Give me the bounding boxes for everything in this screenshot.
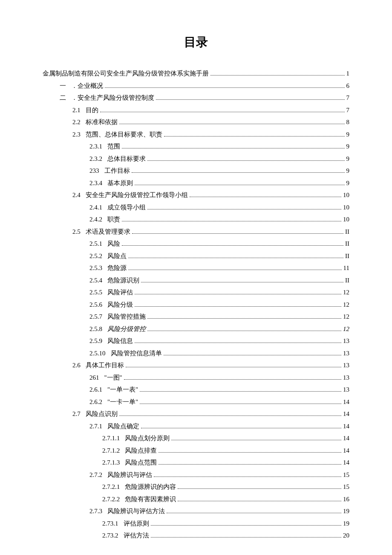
toc-entry-page: 14: [343, 456, 349, 469]
toc-entry-page: 9: [346, 165, 350, 177]
toc-entry-label: 风险管控措施: [107, 311, 146, 323]
toc-entry-number: 2.3.2: [89, 153, 102, 165]
toc-entry-number: 2.6.2: [89, 396, 102, 408]
toc-entry-number: 2.7.1.1: [102, 432, 120, 445]
toc-entry: 2.7.1.3风险点范围14: [43, 456, 349, 469]
toc-entry-page: 6: [346, 80, 350, 92]
toc-entry: 2.7.1.2风险点排查14: [43, 445, 349, 457]
toc-entry-page: II: [345, 238, 349, 250]
toc-entry-page: 9: [346, 128, 350, 141]
toc-entry-number: 2.5.8: [89, 323, 102, 335]
toc-entry-page: 12: [343, 286, 349, 299]
toc-entry: 2.7风险点识别14: [43, 408, 349, 420]
toc-entry-label: 风险点: [107, 250, 127, 262]
toc-entry: 2.7.1.1风险点划分原则14: [43, 432, 349, 445]
toc-leader-dots: [147, 318, 341, 319]
toc-entry-page: 11: [343, 262, 349, 274]
toc-entry-number: 2.3: [72, 128, 81, 141]
toc-entry-number: 233: [89, 165, 99, 177]
toc-entry-label: 术语及管理要求: [86, 226, 130, 238]
toc-entry: 2.5.8风险分级管控12: [43, 323, 349, 335]
toc-entry-number: 2.5.1: [89, 238, 102, 250]
toc-entry-page: II: [345, 226, 349, 238]
toc-entry-number: 2.7.2.2: [102, 493, 120, 506]
toc-entry-number: 2.5.7: [89, 311, 102, 323]
toc-entry-label: 基本原则: [107, 177, 133, 189]
toc-leader-dots: [154, 477, 341, 477]
toc-entry-number: 2.4: [72, 189, 81, 201]
toc-entry-number: 2.7.3: [89, 505, 102, 517]
toc-entry: 金属制品制造有限公司安全生产风险分级管控体系实施手册1: [43, 67, 349, 80]
toc-entry-label: 风险点确定: [107, 420, 139, 433]
toc-entry-page: II: [345, 274, 349, 287]
toc-entry-number: 2.1: [72, 104, 81, 116]
toc-entry-label: 风险点划分原则: [125, 432, 170, 445]
toc-entry: 2.73.1评估原则19: [43, 517, 349, 530]
toc-entry-page: 9: [346, 177, 350, 189]
table-of-contents: 金属制品制造有限公司安全生产风险分级管控体系实施手册1一．企业概况6二．安全生产…: [43, 67, 349, 542]
toc-entry: 2.3范围、总体目标要求、职责9: [43, 128, 349, 141]
toc-leader-dots: [128, 258, 343, 258]
toc-leader-dots: [132, 233, 343, 234]
toc-entry-page: 16: [343, 493, 349, 506]
toc-leader-dots: [156, 99, 345, 100]
toc-entry-label: 具体工作目标: [86, 359, 124, 372]
toc-entry-label: 危险源辨识的内容: [125, 481, 176, 493]
toc-entry-label: 风险: [107, 238, 120, 250]
toc-entry: 2.7.2风险辨识与评估15: [43, 469, 349, 481]
toc-entry-label: "一单一表": [107, 384, 138, 396]
toc-entry: 二．安全生产风险分级管控制度7: [43, 92, 349, 104]
toc-leader-dots: [147, 160, 345, 161]
toc-leader-dots: [135, 306, 341, 307]
toc-entry: 233工作目标9: [43, 165, 349, 177]
toc-entry-page: 10: [343, 213, 349, 226]
toc-entry-label: 危险源识别: [107, 274, 139, 287]
toc-entry-page: 13: [343, 372, 349, 384]
toc-entry-page: 12: [343, 323, 349, 335]
toc-leader-dots: [190, 197, 341, 197]
toc-entry-label: ．企业概况: [71, 80, 103, 92]
toc-entry-number: 2.7.2: [89, 469, 102, 481]
toc-entry: 2.4.1成立领导小组10: [43, 201, 349, 214]
toc-leader-dots: [210, 75, 345, 76]
toc-entry-label: 风险辨识与评估方法: [107, 505, 165, 517]
toc-leader-dots: [167, 513, 341, 513]
toc-entry: 2.7.3风险辨识与评估方法19: [43, 505, 349, 517]
toc-entry-number: 2.7.1: [89, 420, 102, 433]
toc-entry: 2.3.1范围9: [43, 140, 349, 153]
toc-entry-label: 范围、总体目标要求、职责: [86, 128, 162, 141]
toc-entry-label: 目的: [86, 104, 98, 116]
toc-entry: 2.6具体工作目标13: [43, 359, 349, 372]
toc-entry-label: 风险评估: [107, 286, 133, 299]
toc-entry-number: 2.6: [72, 359, 81, 372]
toc-leader-dots: [132, 172, 345, 173]
toc-entry-page: 12: [343, 311, 349, 323]
toc-entry: 2.3.4基本原则9: [43, 177, 349, 189]
toc-entry-label: 金属制品制造有限公司安全生产风险分级管控体系实施手册: [43, 67, 209, 80]
toc-leader-dots: [128, 270, 342, 270]
toc-entry-number: 2.7: [72, 408, 81, 420]
toc-entry-label: 风险分级管控: [107, 323, 146, 335]
toc-entry-label: 危险源: [107, 262, 127, 274]
toc-leader-dots: [105, 87, 345, 88]
toc-entry-label: 风险辨识与评估: [107, 469, 152, 481]
toc-entry-label: 风险点排查: [125, 445, 157, 457]
toc-leader-dots: [122, 221, 341, 221]
toc-leader-dots: [151, 537, 342, 538]
toc-entry-page: 7: [346, 92, 350, 104]
toc-entry-label: 成立领导小组: [107, 201, 146, 214]
toc-entry-page: 10: [343, 201, 349, 214]
toc-entry-label: 安全生产风险分级管控工作领导小组: [86, 189, 188, 201]
toc-entry: 2.5.2风险点II: [43, 250, 349, 262]
toc-entry: 2.5.3危险源11: [43, 262, 349, 274]
toc-entry: 2.5.7风险管控措施12: [43, 311, 349, 323]
toc-entry-number: 2.7.2.1: [102, 481, 120, 493]
toc-entry: 2.6.1"一单一表"13: [43, 384, 349, 396]
toc-entry-label: "一卡一单": [107, 396, 138, 408]
toc-entry-label: 工作目标: [104, 165, 130, 177]
toc-entry: 2.4安全生产风险分级管控工作领导小组10: [43, 189, 349, 201]
toc-entry: 2.4.2职责10: [43, 213, 349, 226]
toc-entry-label: 风险点识别: [86, 408, 118, 420]
toc-entry-number: 2.5.5: [89, 286, 102, 299]
toc-entry-number: 2.73.2: [102, 529, 118, 542]
